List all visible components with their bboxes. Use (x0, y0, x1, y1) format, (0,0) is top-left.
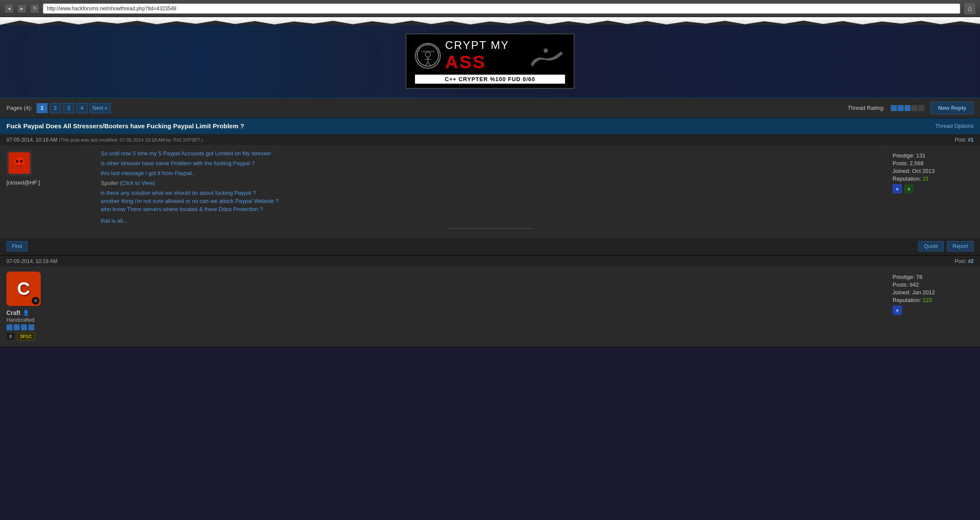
post-1-text-link7[interactable]: that is all... (101, 218, 127, 224)
avatar-icon (12, 155, 27, 171)
post-2: 07-05-2014, 10:19 AM Post: #2 C ⚙ Craft … (0, 256, 980, 348)
page-navigation: Pages (4): 1 2 3 4 Next » (6, 103, 111, 113)
svg-text:CRYPTER: CRYPTER (421, 50, 434, 53)
svg-line-6 (428, 62, 430, 65)
post-1-timestamp: 07-05-2014, 10:16 AM (This post was last… (6, 137, 203, 143)
post-2-timestamp: 07-05-2014, 10:19 AM (6, 258, 57, 264)
back-button[interactable]: ◄ (4, 4, 14, 13)
prestige-stat: Prestige: 131 (893, 152, 978, 159)
home-button[interactable]: ⌂ (964, 3, 976, 15)
post-2-stats: Prestige: 78 Posts: 942 Joined: Jan 2012… (893, 272, 978, 316)
rep-icon-1: ♦ (893, 184, 902, 193)
post-1-line6: who know There servers where located & t… (101, 206, 879, 212)
post-1-text-link5[interactable]: another thing i'm not sure allowed or no… (101, 198, 279, 204)
star-1 (891, 105, 897, 111)
post2-prestige-stat: Prestige: 78 (893, 274, 978, 280)
post-1-avatar-area (6, 150, 87, 176)
rep-icon-2: ♦ (904, 184, 914, 193)
post-1-modified-note: (This post was last modified: 07-05-2014… (59, 137, 203, 142)
pip-2 (14, 324, 20, 330)
craft-symbol: ⚙ (32, 297, 39, 305)
star-3 (905, 105, 911, 111)
svg-point-11 (20, 160, 23, 163)
star-4 (911, 105, 917, 111)
post-2-number: Post: #2 (955, 258, 974, 264)
joined-stat: Joined: Oct 2013 (893, 168, 978, 174)
next-page-button[interactable]: Next » (90, 103, 111, 113)
post-1-line3: this last message I got it from Paypal.. (101, 170, 879, 176)
svg-line-5 (426, 62, 428, 65)
thread-title-bar: Fuck Paypal Does All Stressers/Booters h… (0, 118, 980, 134)
url-text: http://www.hackforums.net/showthread.php… (47, 6, 177, 12)
post-1-text-link4[interactable]: is there any solution what we should do … (101, 190, 256, 196)
pip-3 (21, 324, 27, 330)
thread-title: Fuck Paypal Does All Stressers/Booters h… (6, 122, 244, 130)
brand-crypt: CRYPT MY (445, 39, 509, 52)
page-3-button[interactable]: 3 (63, 103, 74, 113)
post-2-user-title: Handcrafted (6, 317, 87, 323)
post-2-meta-bar: 07-05-2014, 10:19 AM Post: #2 (0, 256, 980, 267)
posts-container: 07-05-2014, 10:16 AM (This post was last… (0, 134, 980, 348)
post-separator (447, 228, 533, 229)
refresh-button[interactable]: ↻ (30, 4, 39, 13)
reputation-stat: Reputation: 21 (893, 175, 978, 182)
svg-point-7 (544, 48, 548, 53)
rep-icons: ♦ ♦ (893, 184, 978, 195)
page-1-button[interactable]: 1 (36, 103, 48, 113)
page-2-button[interactable]: 2 (50, 103, 61, 113)
post-1-text-link1[interactable]: So until now 5 time my 5 Paypal Accounts… (101, 150, 271, 157)
post-1-body: [closed@HF:] So until now 5 time my 5 Pa… (0, 146, 980, 237)
post-2-username: Craft 👤 (6, 309, 87, 316)
site-header: CRYPTER CRYPT MY ASS (0, 25, 980, 97)
post-1-content-col: So until now 5 time my 5 Paypal Accounts… (94, 146, 886, 237)
forward-button[interactable]: ► (17, 4, 27, 13)
post-2-stats-col: Prestige: 78 Posts: 942 Joined: Jan 2012… (886, 267, 980, 347)
quote-button[interactable]: Quote (918, 241, 944, 251)
page-4-button[interactable]: 4 (76, 103, 87, 113)
spoiler-click-button[interactable]: (Click to View) (120, 180, 155, 186)
banner-logo: CRYPTER CRYPT MY ASS (415, 39, 565, 73)
pip-1 (6, 324, 12, 330)
post2-rep-icons: ♦ (893, 305, 978, 316)
post-2-online-icon: 👤 (23, 310, 29, 316)
banner-silhouette (514, 43, 565, 69)
post-2-body: C ⚙ Craft 👤 Handcrafted (0, 267, 980, 347)
banner-ad[interactable]: CRYPTER CRYPT MY ASS (406, 33, 574, 89)
badge-epic: 3P1C (17, 333, 35, 340)
thread-options-button[interactable]: Thread Options (935, 123, 974, 129)
post-1-text-link6[interactable]: who know There servers where located & t… (101, 206, 263, 212)
url-bar[interactable]: http://www.hackforums.net/showthread.php… (43, 3, 960, 14)
svg-point-10 (16, 160, 18, 163)
post-2-avatar: C ⚙ (6, 272, 41, 306)
post-1-meta-bar: 07-05-2014, 10:16 AM (This post was last… (0, 134, 980, 146)
post-1-spoiler: Spoiler (Click to View) (101, 180, 879, 186)
find-button[interactable]: Find (6, 241, 27, 251)
post-1-number: Post: #1 (955, 137, 974, 143)
post-1-left-actions: Find (6, 241, 27, 251)
brand-ass: ASS (445, 52, 486, 73)
badge-zero: 0 (6, 333, 15, 340)
post-1-text-link2[interactable]: is other stresser have same Problem with… (101, 160, 255, 166)
post-1-actions-bar: Find Quote Report (0, 237, 980, 255)
post2-reputation-value: 123 (923, 297, 932, 303)
post-1-username[interactable]: [closed@HF:] (6, 179, 87, 186)
new-reply-button[interactable]: New Reply (931, 102, 974, 114)
post-2-badges: 0 3P1C (6, 333, 87, 340)
post-1-line1: So until now 5 time my 5 Paypal Accounts… (101, 150, 879, 157)
post2-reputation-stat: Reputation: 123 (893, 297, 978, 303)
post-1-line5: another thing i'm not sure allowed or no… (101, 198, 879, 204)
torn-edge-top (0, 17, 980, 25)
post-1-stats: Prestige: 131 Posts: 2,568 Joined: Oct 2… (893, 150, 978, 195)
banner-tagline: C++ CRYPTER %100 FUD 0/60 (415, 75, 565, 84)
post-1-line7: that is all... (101, 218, 879, 224)
posts-stat: Posts: 2,568 (893, 160, 978, 166)
post-1-stats-col: Prestige: 131 Posts: 2,568 Joined: Oct 2… (886, 146, 980, 237)
svg-point-0 (417, 45, 439, 66)
report-button[interactable]: Report (947, 241, 974, 251)
post-1-text-link3[interactable]: this last message I got it from Paypal.. (101, 170, 195, 176)
star-2 (898, 105, 904, 111)
post-2-user-col: C ⚙ Craft 👤 Handcrafted (0, 267, 94, 347)
reputation-value: 21 (923, 175, 929, 182)
thread-rating-label: Thread Rating: (848, 105, 884, 111)
post2-rep-icon-1: ♦ (893, 305, 902, 315)
